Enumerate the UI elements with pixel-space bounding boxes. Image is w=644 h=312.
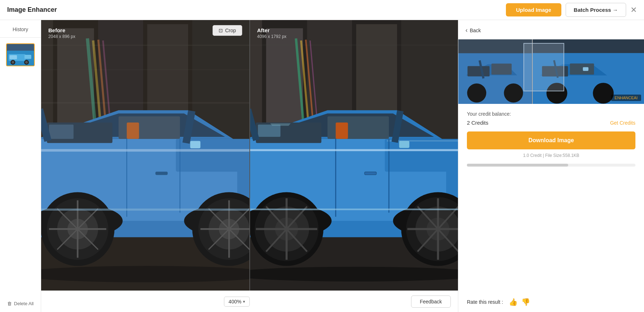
trash-icon: 🗑 (7, 301, 12, 306)
thumbnail-car-svg (7, 43, 34, 66)
svg-rect-86 (336, 123, 348, 139)
svg-rect-29 (176, 139, 249, 172)
zoom-value: 400% (229, 299, 241, 304)
before-label: Before 2048 x 896 px (48, 27, 75, 39)
svg-point-127 (467, 83, 486, 102)
zoom-control[interactable]: 400% ▾ (224, 297, 250, 307)
svg-point-58 (41, 266, 249, 282)
history-label: History (0, 20, 41, 38)
download-image-button[interactable]: Download Image (467, 131, 635, 149)
header-right: Upload Image Batch Process → ✕ (506, 3, 637, 17)
delete-all-button[interactable]: 🗑 Delete All (7, 301, 34, 306)
svg-rect-125 (468, 66, 490, 77)
svg-rect-15 (41, 45, 249, 46)
svg-rect-113 (399, 141, 409, 148)
sidebar: History 🗑 Delete All (0, 20, 41, 312)
back-chevron-icon: ‹ (465, 27, 468, 34)
after-panel: After 4096 x 1792 px (250, 20, 458, 291)
svg-rect-109 (250, 149, 458, 151)
svg-rect-126 (492, 63, 512, 75)
scrollbar[interactable] (467, 164, 635, 167)
image-preview: ENHANCEAI (458, 39, 644, 104)
upload-image-button[interactable]: Upload Image (506, 3, 561, 16)
svg-point-128 (504, 83, 523, 102)
after-image (250, 20, 458, 291)
rate-buttons: 👍 👎 (509, 298, 530, 306)
svg-rect-56 (190, 141, 201, 148)
preview-selection-box (523, 43, 564, 91)
right-panel-header: ‹ Back (458, 20, 644, 39)
feedback-button[interactable]: Feedback (411, 296, 451, 308)
svg-rect-16 (41, 69, 249, 70)
content-area: Before 2048 x 896 px ⊡ Crop (41, 20, 458, 312)
crop-icon: ⊡ (219, 28, 223, 33)
svg-point-5 (11, 61, 14, 64)
back-button[interactable]: ‹ Back (465, 27, 481, 34)
svg-rect-134 (570, 63, 594, 75)
before-panel: Before 2048 x 896 px ⊡ Crop (41, 20, 250, 291)
svg-rect-90 (365, 172, 376, 174)
credit-count: 2 Credits (467, 120, 488, 126)
credit-section: Your credit balance: 2 Credits Get Credi… (458, 104, 644, 131)
svg-rect-84 (385, 139, 458, 172)
svg-rect-33 (155, 172, 167, 175)
close-button[interactable]: ✕ (630, 5, 637, 15)
file-info: 1.0 Credit | File Size:558.1KB (458, 153, 644, 158)
main-layout: History 🗑 Delete All (0, 20, 644, 312)
svg-rect-110 (250, 208, 458, 210)
svg-rect-53 (41, 208, 249, 211)
svg-rect-3 (10, 55, 17, 59)
enhancement-badge: ENHANCEAI (611, 95, 641, 101)
svg-point-7 (25, 61, 28, 64)
image-comparison-area: Before 2048 x 896 px ⊡ Crop (41, 20, 458, 291)
credit-row: 2 Credits Get Credits (467, 120, 635, 126)
thumbs-up-button[interactable]: 👍 (509, 298, 518, 306)
app-title: Image Enhancer (7, 6, 57, 14)
rate-label: Rate this result : (467, 299, 503, 305)
thumbnail-image (7, 44, 34, 66)
svg-point-136 (593, 83, 614, 104)
before-image (41, 20, 249, 291)
history-thumbnail[interactable] (6, 43, 35, 66)
zoom-dropdown-icon: ▾ (243, 299, 245, 304)
svg-rect-17 (41, 102, 249, 104)
svg-rect-71 (250, 45, 458, 45)
sidebar-bottom: 🗑 Delete All (7, 295, 34, 312)
close-icon: ✕ (630, 5, 637, 15)
preview-before (458, 39, 533, 104)
after-label: After 4096 x 1792 px (257, 27, 287, 39)
bottom-bar: 400% ▾ Feedback (41, 291, 458, 312)
credit-balance-label: Your credit balance: (467, 111, 635, 117)
scrollbar-thumb (467, 164, 568, 167)
crop-button[interactable]: ⊡ Crop (213, 25, 242, 36)
svg-rect-137 (583, 67, 589, 71)
get-credits-link[interactable]: Get Credits (610, 120, 635, 126)
svg-rect-52 (41, 149, 249, 152)
thumbs-down-button[interactable]: 👎 (521, 298, 530, 306)
header-left: Image Enhancer (7, 6, 57, 14)
app-header: Image Enhancer Upload Image Batch Proces… (0, 0, 644, 20)
right-panel: ‹ Back (458, 20, 644, 312)
preview-before-image (458, 39, 532, 104)
svg-rect-8 (24, 55, 31, 59)
rate-section: Rate this result : 👍 👎 (458, 292, 644, 312)
svg-rect-82 (258, 125, 280, 137)
svg-rect-28 (49, 125, 74, 139)
svg-rect-30 (127, 123, 139, 139)
svg-point-116 (250, 267, 458, 282)
batch-process-button[interactable]: Batch Process → (566, 3, 626, 17)
svg-marker-83 (270, 123, 291, 126)
